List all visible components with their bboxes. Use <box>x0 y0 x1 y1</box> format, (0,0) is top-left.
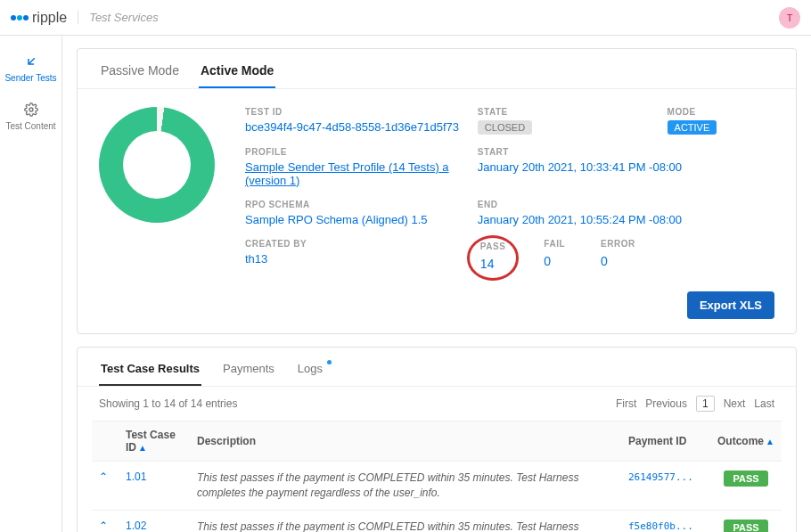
tab-active-mode[interactable]: Active Mode <box>199 58 275 88</box>
results-card: Test Case Results Payments Logs Showing … <box>77 347 797 532</box>
svg-point-0 <box>29 108 33 111</box>
state-badge: CLOSED <box>478 120 532 135</box>
pager-last[interactable]: Last <box>754 397 774 410</box>
error-count: 0 <box>601 254 635 268</box>
pager-current-page[interactable]: 1 <box>696 396 715 412</box>
label-start: START <box>478 147 774 157</box>
table-row: ⌃1.02This test passes if the payment is … <box>92 510 782 532</box>
th-description[interactable]: Description <box>190 422 621 462</box>
label-profile: PROFILE <box>245 147 460 157</box>
value-end: January 20th 2021, 10:55:24 PM -08:00 <box>478 213 774 226</box>
sort-asc-icon: ▲ <box>766 437 774 446</box>
summary-card: Passive Mode Active Mode TEST ID bce394f… <box>77 48 797 334</box>
payment-id-link[interactable]: f5e80f0b... <box>628 520 693 532</box>
label-mode: MODE <box>668 107 774 117</box>
sidebar: Sender Tests Test Content <box>0 36 62 532</box>
topbar: ripple Test Services T <box>0 0 811 36</box>
table-row: ⌃1.01This test passes if the payment is … <box>92 462 782 511</box>
gear-icon <box>23 102 39 118</box>
expand-row-icon[interactable]: ⌃ <box>99 471 108 483</box>
sidebar-item-label: Test Content <box>5 121 55 132</box>
tab-passive-mode[interactable]: Passive Mode <box>99 58 181 88</box>
value-created-by[interactable]: th13 <box>245 252 460 266</box>
sidebar-item-test-content[interactable]: Test Content <box>0 93 61 141</box>
test-case-description: This test passes if the payment is COMPL… <box>197 471 614 501</box>
tab-payments[interactable]: Payments <box>221 356 276 386</box>
results-table: Test Case ID▲ Description Payment ID Out… <box>92 421 782 532</box>
sidebar-item-sender-tests[interactable]: Sender Tests <box>0 45 61 93</box>
export-xls-button[interactable]: Export XLS <box>687 291 774 319</box>
stat-pass: PASS 14 <box>480 241 506 271</box>
outcome-badge: PASS <box>724 471 767 487</box>
ripple-logo-icon <box>11 15 29 20</box>
brand-text: ripple <box>32 10 67 26</box>
value-start: January 20th 2021, 10:33:41 PM -08:00 <box>478 160 774 174</box>
pass-count: 14 <box>480 257 506 271</box>
test-case-id[interactable]: 1.02 <box>126 520 146 532</box>
sidebar-item-label: Sender Tests <box>4 73 56 84</box>
value-test-id[interactable]: bce394f4-9c47-4d58-8558-1d36e71d5f73 <box>245 120 460 134</box>
page-subtitle: Test Services <box>78 11 159 24</box>
pager-previous[interactable]: Previous <box>645 397 687 410</box>
avatar[interactable]: T <box>779 7 800 29</box>
pager: First Previous 1 Next Last <box>616 396 774 412</box>
label-created-by: CREATED BY <box>245 239 460 249</box>
mode-badge: ACTIVE <box>668 120 717 135</box>
outcome-badge: PASS <box>724 520 767 532</box>
stat-fail: FAIL 0 <box>544 239 565 274</box>
fail-count: 0 <box>544 254 565 268</box>
pager-next[interactable]: Next <box>724 397 746 410</box>
sort-asc-icon: ▲ <box>138 443 147 453</box>
showing-entries: Showing 1 to 14 of 14 entries <box>99 397 237 410</box>
th-payment-id[interactable]: Payment ID <box>621 422 710 462</box>
pass-fail-donut-chart <box>99 107 215 223</box>
stat-error: ERROR 0 <box>601 239 635 274</box>
arrow-in-icon <box>23 53 39 70</box>
pass-highlight-circle: PASS 14 <box>467 235 520 281</box>
test-case-description: This test passes if the payment is COMPL… <box>197 520 614 532</box>
tab-logs[interactable]: Logs <box>296 356 324 386</box>
payment-id-link[interactable]: 26149577... <box>628 471 693 483</box>
tab-test-case-results[interactable]: Test Case Results <box>99 356 201 386</box>
label-test-id: TEST ID <box>245 107 460 117</box>
label-state: STATE <box>478 107 650 117</box>
brand[interactable]: ripple <box>11 10 67 26</box>
pager-first[interactable]: First <box>616 397 636 410</box>
th-outcome[interactable]: Outcome▲ <box>710 422 782 462</box>
label-end: END <box>478 200 774 209</box>
test-case-id[interactable]: 1.01 <box>126 471 146 483</box>
value-rpo-schema[interactable]: Sample RPO Schema (Aligned) 1.5 <box>245 213 460 226</box>
expand-row-icon[interactable]: ⌃ <box>99 520 108 532</box>
th-test-case-id[interactable]: Test Case ID▲ <box>119 422 190 462</box>
profile-link[interactable]: Sample Sender Test Profile (14 Tests) a … <box>245 160 449 187</box>
label-rpo-schema: RPO SCHEMA <box>245 200 460 209</box>
